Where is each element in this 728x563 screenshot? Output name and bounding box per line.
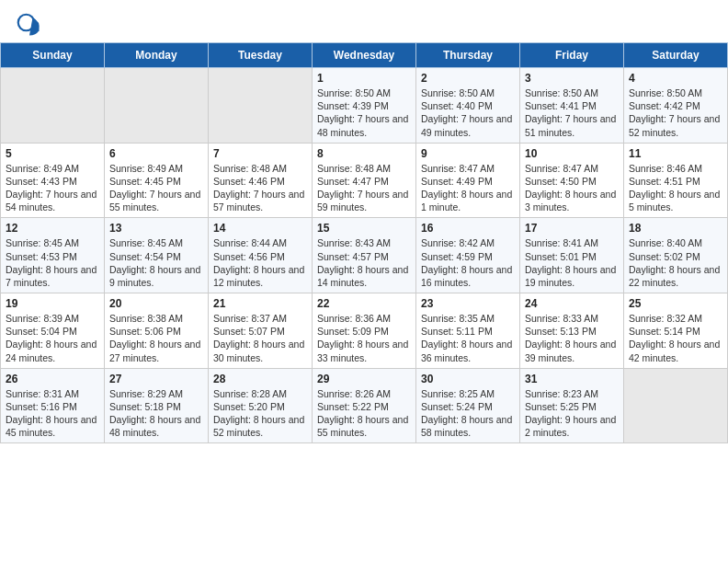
day-number: 9 (421, 147, 515, 160)
calendar-cell: 26Sunrise: 8:31 AM Sunset: 5:16 PM Dayli… (1, 368, 105, 443)
day-number: 7 (213, 147, 307, 160)
day-number: 4 (629, 72, 722, 85)
day-number: 16 (421, 222, 515, 235)
page-header (0, 0, 728, 42)
week-row-5: 26Sunrise: 8:31 AM Sunset: 5:16 PM Dayli… (1, 368, 728, 443)
day-info: Sunrise: 8:48 AM Sunset: 4:46 PM Dayligh… (213, 162, 307, 214)
day-info: Sunrise: 8:37 AM Sunset: 5:07 PM Dayligh… (213, 312, 307, 364)
day-number: 12 (6, 222, 99, 235)
calendar-cell: 15Sunrise: 8:43 AM Sunset: 4:57 PM Dayli… (313, 218, 416, 293)
day-number: 22 (317, 297, 411, 310)
calendar-cell: 31Sunrise: 8:23 AM Sunset: 5:25 PM Dayli… (520, 368, 624, 443)
calendar-cell: 18Sunrise: 8:40 AM Sunset: 5:02 PM Dayli… (624, 218, 728, 293)
day-info: Sunrise: 8:40 AM Sunset: 5:02 PM Dayligh… (629, 236, 722, 289)
day-info: Sunrise: 8:44 AM Sunset: 4:56 PM Dayligh… (213, 236, 307, 289)
day-of-week-monday: Monday (105, 43, 209, 68)
day-number: 20 (109, 297, 203, 310)
week-row-4: 19Sunrise: 8:39 AM Sunset: 5:04 PM Dayli… (1, 293, 728, 369)
day-info: Sunrise: 8:38 AM Sunset: 5:06 PM Dayligh… (109, 312, 203, 364)
calendar-cell: 4Sunrise: 8:50 AM Sunset: 4:42 PM Daylig… (624, 68, 728, 144)
day-number: 29 (317, 373, 411, 385)
day-number: 3 (525, 72, 619, 85)
day-number: 11 (629, 147, 722, 160)
day-number: 27 (109, 373, 203, 385)
day-info: Sunrise: 8:45 AM Sunset: 4:54 PM Dayligh… (109, 236, 203, 289)
day-of-week-friday: Friday (520, 43, 624, 68)
calendar-cell (1, 68, 105, 144)
calendar-cell: 29Sunrise: 8:26 AM Sunset: 5:22 PM Dayli… (313, 368, 416, 443)
calendar-cell: 27Sunrise: 8:29 AM Sunset: 5:18 PM Dayli… (105, 368, 209, 443)
day-of-week-tuesday: Tuesday (209, 43, 313, 68)
calendar-cell: 28Sunrise: 8:28 AM Sunset: 5:20 PM Dayli… (209, 368, 313, 443)
day-info: Sunrise: 8:25 AM Sunset: 5:24 PM Dayligh… (421, 387, 515, 440)
day-info: Sunrise: 8:23 AM Sunset: 5:25 PM Dayligh… (525, 387, 619, 440)
week-row-2: 5Sunrise: 8:49 AM Sunset: 4:43 PM Daylig… (1, 143, 728, 218)
day-of-week-wednesday: Wednesday (313, 43, 416, 68)
day-number: 21 (213, 297, 307, 310)
day-info: Sunrise: 8:45 AM Sunset: 4:53 PM Dayligh… (6, 236, 99, 289)
day-info: Sunrise: 8:50 AM Sunset: 4:39 PM Dayligh… (317, 86, 411, 139)
calendar-cell: 17Sunrise: 8:41 AM Sunset: 5:01 PM Dayli… (520, 218, 624, 293)
calendar-cell: 13Sunrise: 8:45 AM Sunset: 4:54 PM Dayli… (105, 218, 209, 293)
day-number: 17 (525, 222, 619, 235)
calendar-cell: 14Sunrise: 8:44 AM Sunset: 4:56 PM Dayli… (209, 218, 313, 293)
calendar-cell: 5Sunrise: 8:49 AM Sunset: 4:43 PM Daylig… (1, 143, 105, 218)
calendar-cell: 11Sunrise: 8:46 AM Sunset: 4:51 PM Dayli… (624, 143, 728, 218)
day-info: Sunrise: 8:35 AM Sunset: 5:11 PM Dayligh… (421, 312, 515, 364)
calendar-cell: 21Sunrise: 8:37 AM Sunset: 5:07 PM Dayli… (209, 293, 313, 369)
day-number: 2 (421, 72, 515, 85)
day-info: Sunrise: 8:29 AM Sunset: 5:18 PM Dayligh… (109, 387, 203, 440)
calendar-cell: 12Sunrise: 8:45 AM Sunset: 4:53 PM Dayli… (1, 218, 105, 293)
calendar-cell: 10Sunrise: 8:47 AM Sunset: 4:50 PM Dayli… (520, 143, 624, 218)
day-info: Sunrise: 8:36 AM Sunset: 5:09 PM Dayligh… (317, 312, 411, 364)
calendar-cell: 19Sunrise: 8:39 AM Sunset: 5:04 PM Dayli… (1, 293, 105, 369)
day-number: 19 (6, 297, 99, 310)
calendar-table: SundayMondayTuesdayWednesdayThursdayFrid… (0, 42, 728, 443)
day-info: Sunrise: 8:39 AM Sunset: 5:04 PM Dayligh… (6, 312, 99, 364)
calendar-cell: 20Sunrise: 8:38 AM Sunset: 5:06 PM Dayli… (105, 293, 209, 369)
day-number: 26 (6, 373, 99, 385)
day-of-week-sunday: Sunday (1, 43, 105, 68)
day-number: 14 (213, 222, 307, 235)
calendar-cell: 30Sunrise: 8:25 AM Sunset: 5:24 PM Dayli… (416, 368, 520, 443)
day-number: 1 (317, 72, 411, 85)
day-info: Sunrise: 8:47 AM Sunset: 4:49 PM Dayligh… (421, 162, 515, 214)
day-info: Sunrise: 8:50 AM Sunset: 4:42 PM Dayligh… (629, 86, 722, 139)
day-number: 13 (109, 222, 203, 235)
calendar-cell: 2Sunrise: 8:50 AM Sunset: 4:40 PM Daylig… (416, 68, 520, 144)
logo (17, 13, 46, 39)
day-number: 24 (525, 297, 619, 310)
day-info: Sunrise: 8:47 AM Sunset: 4:50 PM Dayligh… (525, 162, 619, 214)
calendar-cell (624, 368, 728, 443)
day-info: Sunrise: 8:41 AM Sunset: 5:01 PM Dayligh… (525, 236, 619, 289)
calendar-cell: 25Sunrise: 8:32 AM Sunset: 5:14 PM Dayli… (624, 293, 728, 369)
days-of-week-row: SundayMondayTuesdayWednesdayThursdayFrid… (1, 43, 728, 68)
day-info: Sunrise: 8:48 AM Sunset: 4:47 PM Dayligh… (317, 162, 411, 214)
calendar-cell: 1Sunrise: 8:50 AM Sunset: 4:39 PM Daylig… (313, 68, 416, 144)
calendar-cell: 6Sunrise: 8:49 AM Sunset: 4:45 PM Daylig… (105, 143, 209, 218)
day-of-week-saturday: Saturday (624, 43, 728, 68)
calendar-cell (209, 68, 313, 144)
day-info: Sunrise: 8:49 AM Sunset: 4:43 PM Dayligh… (6, 162, 99, 214)
day-number: 5 (6, 147, 99, 160)
day-info: Sunrise: 8:31 AM Sunset: 5:16 PM Dayligh… (6, 387, 99, 440)
day-number: 28 (213, 373, 307, 385)
day-info: Sunrise: 8:42 AM Sunset: 4:59 PM Dayligh… (421, 236, 515, 289)
calendar-cell (105, 68, 209, 144)
day-info: Sunrise: 8:28 AM Sunset: 5:20 PM Dayligh… (213, 387, 307, 440)
calendar-header: SundayMondayTuesdayWednesdayThursdayFrid… (1, 43, 728, 68)
day-info: Sunrise: 8:26 AM Sunset: 5:22 PM Dayligh… (317, 387, 411, 440)
day-info: Sunrise: 8:50 AM Sunset: 4:41 PM Dayligh… (525, 86, 619, 139)
calendar-cell: 22Sunrise: 8:36 AM Sunset: 5:09 PM Dayli… (313, 293, 416, 369)
day-info: Sunrise: 8:49 AM Sunset: 4:45 PM Dayligh… (109, 162, 203, 214)
day-number: 23 (421, 297, 515, 310)
day-number: 25 (629, 297, 722, 310)
day-of-week-thursday: Thursday (416, 43, 520, 68)
calendar-cell: 9Sunrise: 8:47 AM Sunset: 4:49 PM Daylig… (416, 143, 520, 218)
week-row-3: 12Sunrise: 8:45 AM Sunset: 4:53 PM Dayli… (1, 218, 728, 293)
calendar-cell: 8Sunrise: 8:48 AM Sunset: 4:47 PM Daylig… (313, 143, 416, 218)
day-number: 15 (317, 222, 411, 235)
day-info: Sunrise: 8:33 AM Sunset: 5:13 PM Dayligh… (525, 312, 619, 364)
day-number: 31 (525, 373, 619, 385)
logo-icon (17, 13, 42, 39)
